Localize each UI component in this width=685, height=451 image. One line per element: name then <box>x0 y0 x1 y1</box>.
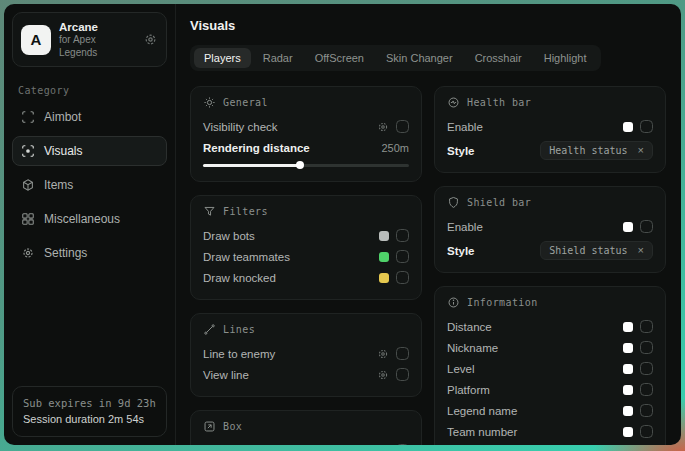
color-swatch[interactable] <box>623 364 633 374</box>
panel-health-bar: Health bar Enable Style Health status <box>434 86 666 173</box>
tab-skin-changer[interactable]: Skin Changer <box>376 48 463 68</box>
setting-row-legend-name: Legend name <box>447 400 653 421</box>
setting-row-view-line: View line <box>203 364 409 385</box>
sidebar-item-visuals[interactable]: Visuals <box>12 136 167 166</box>
shield-style-select[interactable]: Shield status × <box>540 241 653 260</box>
draw-knocked-checkbox[interactable] <box>396 271 409 284</box>
gear-icon <box>21 246 35 260</box>
panel-box: Box Enable Enable background <box>190 410 422 445</box>
setting-row-level: Level <box>447 358 653 379</box>
panel-lines: Lines Line to enemy <box>190 313 422 397</box>
color-swatch[interactable] <box>623 122 633 132</box>
setting-row-draw-knocked: Draw knocked <box>203 267 409 288</box>
category-label: Category <box>18 85 161 96</box>
team-number-checkbox[interactable] <box>640 425 653 438</box>
sidebar-item-label: Visuals <box>44 144 82 158</box>
tab-offscreen[interactable]: OffScreen <box>305 48 374 68</box>
view-line-checkbox[interactable] <box>396 368 409 381</box>
sidebar-item-label: Miscellaneous <box>44 212 120 226</box>
sidebar: A Arcane for Apex Legends Category Aimbo… <box>4 4 176 445</box>
sun-icon <box>203 96 216 109</box>
gear-icon[interactable] <box>377 348 389 360</box>
line-icon <box>203 323 216 336</box>
sidebar-nav: Aimbot Visuals Items <box>4 102 175 268</box>
panel-general: General Visibility check <box>190 86 422 182</box>
platform-checkbox[interactable] <box>640 383 653 396</box>
color-swatch[interactable] <box>623 343 633 353</box>
app-logo-card: A Arcane for Apex Legends <box>12 12 167 67</box>
setting-row-health-enable: Enable <box>447 116 653 137</box>
nickname-checkbox[interactable] <box>640 341 653 354</box>
color-swatch[interactable] <box>623 222 633 232</box>
draw-bots-checkbox[interactable] <box>396 229 409 242</box>
level-checkbox[interactable] <box>640 362 653 375</box>
app-window: A Arcane for Apex Legends Category Aimbo… <box>4 4 681 445</box>
panel-title: Lines <box>223 324 255 335</box>
close-icon[interactable]: × <box>638 145 644 156</box>
color-swatch[interactable] <box>623 427 633 437</box>
color-swatch[interactable] <box>379 252 389 262</box>
setting-row-weapon-in-hands: Weapon in hands <box>447 442 653 445</box>
sub-expiry-text: Sub expires in 9d 23h <box>23 395 156 411</box>
subscription-status-card: Sub expires in 9d 23h Session duration 2… <box>12 386 167 437</box>
rendering-distance-slider[interactable] <box>203 160 409 170</box>
funnel-icon <box>203 205 216 218</box>
sidebar-item-label: Settings <box>44 246 87 260</box>
main-content: Visuals Players Radar OffScreen Skin Cha… <box>176 4 681 445</box>
health-pulse-icon <box>447 96 460 109</box>
gear-icon[interactable] <box>377 369 389 381</box>
panel-filters: Filters Draw bots Draw teammates <box>190 195 422 300</box>
health-style-select[interactable]: Health status × <box>540 141 653 160</box>
tab-radar[interactable]: Radar <box>253 48 303 68</box>
sidebar-item-label: Items <box>44 178 73 192</box>
setting-row-rendering-distance: Rendering distance 250m <box>203 138 409 158</box>
box-enable-checkbox[interactable] <box>396 444 409 445</box>
setting-row-draw-bots: Draw bots <box>203 225 409 246</box>
close-icon[interactable]: × <box>638 245 644 256</box>
gear-icon[interactable] <box>143 32 158 47</box>
panel-title: Shield bar <box>467 197 531 208</box>
tab-players[interactable]: Players <box>194 48 251 68</box>
shield-enable-checkbox[interactable] <box>640 220 653 233</box>
panel-title: Filters <box>223 206 268 217</box>
grid-icon <box>21 212 35 226</box>
cube-icon <box>21 178 35 192</box>
color-swatch[interactable] <box>623 385 633 395</box>
line-to-enemy-checkbox[interactable] <box>396 347 409 360</box>
sidebar-item-items[interactable]: Items <box>12 170 167 200</box>
setting-row-visibility-check: Visibility check <box>203 116 409 137</box>
tab-crosshair[interactable]: Crosshair <box>465 48 532 68</box>
sidebar-item-label: Aimbot <box>44 110 81 124</box>
draw-teammates-checkbox[interactable] <box>396 250 409 263</box>
setting-row-shield-style: Style Shield status × <box>447 240 653 261</box>
visibility-check-checkbox[interactable] <box>396 120 409 133</box>
sidebar-item-settings[interactable]: Settings <box>12 238 167 268</box>
panel-title: Health bar <box>467 97 531 108</box>
tab-highlight[interactable]: Highlight <box>534 48 597 68</box>
legend-name-checkbox[interactable] <box>640 404 653 417</box>
setting-row-distance: Distance <box>447 316 653 337</box>
shield-icon <box>447 196 460 209</box>
gear-icon[interactable] <box>377 121 389 133</box>
health-enable-checkbox[interactable] <box>640 120 653 133</box>
sidebar-item-miscellaneous[interactable]: Miscellaneous <box>12 204 167 234</box>
setting-row-shield-enable: Enable <box>447 216 653 237</box>
color-swatch[interactable] <box>379 273 389 283</box>
color-swatch[interactable] <box>623 322 633 332</box>
panel-title: General <box>223 97 268 108</box>
app-subtitle: for Apex Legends <box>59 34 135 59</box>
setting-row-box-enable: Enable <box>203 440 409 445</box>
session-duration-text: Session duration 2m 54s <box>23 411 156 428</box>
color-swatch[interactable] <box>379 231 389 241</box>
color-swatch[interactable] <box>623 406 633 416</box>
setting-row-draw-teammates: Draw teammates <box>203 246 409 267</box>
setting-row-nickname: Nickname <box>447 337 653 358</box>
distance-checkbox[interactable] <box>640 320 653 333</box>
box-icon <box>203 420 216 433</box>
setting-row-team-number: Team number <box>447 421 653 442</box>
sidebar-item-aimbot[interactable]: Aimbot <box>12 102 167 132</box>
slider-thumb[interactable] <box>296 161 304 169</box>
setting-row-health-style: Style Health status × <box>447 140 653 161</box>
app-name: Arcane <box>59 20 135 34</box>
setting-row-platform: Platform <box>447 379 653 400</box>
